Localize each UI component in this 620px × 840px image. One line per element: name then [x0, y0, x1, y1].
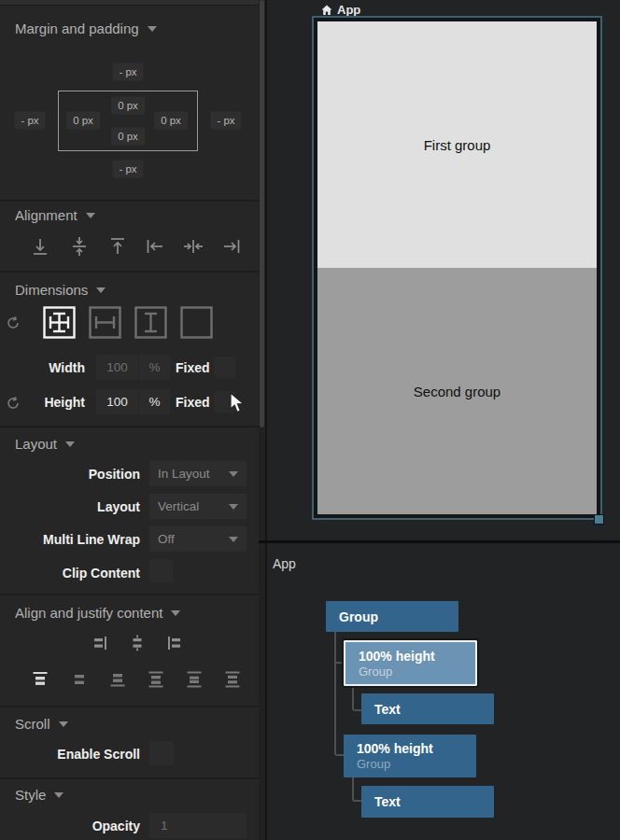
- chevron-down-icon: [65, 441, 75, 447]
- chevron-down-icon: [229, 537, 238, 542]
- reset-icon[interactable]: [6, 315, 21, 330]
- tree-node-subtitle: Group: [357, 757, 463, 771]
- justify-space-between-icon[interactable]: [146, 669, 166, 690]
- second-group-text: Second group: [414, 384, 500, 399]
- layout-label: Layout: [0, 499, 140, 514]
- width-fixed-checkbox[interactable]: [214, 357, 235, 378]
- chevron-down-icon: [96, 287, 106, 293]
- chevron-down-icon: [54, 792, 63, 798]
- app-canvas-frame[interactable]: First group Second group: [312, 16, 602, 520]
- tree-node-group[interactable]: Group: [326, 601, 458, 632]
- opacity-label: Opacity: [0, 819, 140, 833]
- chevron-down-icon: [229, 471, 238, 477]
- width-unit-button[interactable]: %: [139, 355, 170, 380]
- section-title: Alignment: [15, 207, 78, 223]
- dimension-mode-none-button[interactable]: [180, 306, 213, 339]
- canvas-second-group[interactable]: Second group: [317, 268, 597, 514]
- padding-left-field[interactable]: 0 px: [66, 112, 100, 130]
- tree-node-100-height-group[interactable]: 100% height Group: [344, 735, 476, 777]
- tree-node-subtitle: Group: [359, 665, 462, 679]
- margin-right-field[interactable]: - px: [210, 112, 241, 130]
- app-window: Margin and padding - px - px - px - px 0…: [0, 0, 620, 840]
- first-group-text: First group: [424, 137, 491, 153]
- align-center-vertical-icon[interactable]: [69, 236, 90, 257]
- layout-dropdown[interactable]: Vertical: [149, 494, 247, 519]
- chevron-down-icon: [59, 721, 68, 727]
- height-label: Height: [19, 395, 85, 410]
- align-top-icon[interactable]: [107, 236, 128, 257]
- canvas-resize-handle[interactable]: [594, 514, 604, 525]
- dimension-mode-width-button[interactable]: [89, 306, 121, 339]
- home-icon: [321, 5, 332, 16]
- properties-panel: Margin and padding - px - px - px - px 0…: [0, 0, 259, 840]
- section-header-style[interactable]: Style: [15, 787, 63, 803]
- tree-node-text[interactable]: Text: [361, 786, 494, 818]
- align-center-horizontal-icon[interactable]: [183, 236, 204, 257]
- tree-node-text[interactable]: Text: [361, 693, 494, 724]
- padding-top-field[interactable]: 0 px: [111, 97, 145, 115]
- height-value-input[interactable]: 100: [96, 389, 138, 414]
- chevron-down-icon: [148, 26, 157, 32]
- opacity-input[interactable]: 1: [149, 813, 247, 838]
- section-title: Dimensions: [15, 282, 88, 298]
- previous-section-edge: [0, 0, 259, 6]
- width-fixed-label: Fixed: [176, 360, 210, 375]
- tree-node-label: Text: [374, 702, 401, 717]
- height-unit-button[interactable]: %: [139, 389, 170, 414]
- height-fixed-checkbox[interactable]: [214, 391, 235, 413]
- width-label: Width: [19, 360, 85, 375]
- chevron-down-icon: [171, 610, 180, 616]
- justify-space-around-icon[interactable]: [184, 669, 204, 690]
- tree-connector: [335, 662, 344, 664]
- tree-node-label: Group: [339, 609, 378, 624]
- padding-bottom-field[interactable]: 0 px: [111, 128, 145, 146]
- align-bottom-icon[interactable]: [30, 236, 50, 257]
- section-header-align-justify-content[interactable]: Align and justify content: [15, 605, 180, 621]
- panel-scrollbar-thumb[interactable]: [260, 0, 264, 427]
- layout-value: Vertical: [158, 499, 199, 513]
- align-right-icon[interactable]: [221, 236, 242, 257]
- breadcrumb[interactable]: App: [321, 3, 360, 17]
- multi-line-wrap-label: Multi Line Wrap: [0, 532, 140, 547]
- hierarchy-title: App: [273, 556, 296, 571]
- justify-center-icon[interactable]: [69, 669, 90, 690]
- section-title: Style: [15, 787, 46, 803]
- section-header-alignment[interactable]: Alignment: [15, 207, 95, 223]
- tree-node-title: 100% height: [359, 649, 462, 664]
- multi-line-wrap-value: Off: [158, 532, 175, 546]
- dimension-mode-height-button[interactable]: [134, 306, 167, 339]
- content-align-left-icon[interactable]: [166, 635, 183, 651]
- enable-scroll-checkbox[interactable]: [149, 741, 174, 765]
- tree-node-title: 100% height: [357, 741, 463, 756]
- section-title: Margin and padding: [15, 21, 139, 36]
- position-value: In Layout: [158, 467, 210, 481]
- clip-content-checkbox[interactable]: [149, 559, 173, 582]
- position-dropdown[interactable]: In Layout: [149, 461, 247, 486]
- chevron-down-icon: [86, 213, 95, 218]
- multi-line-wrap-dropdown[interactable]: Off: [149, 526, 247, 552]
- margin-top-field[interactable]: - px: [112, 63, 143, 81]
- justify-start-icon[interactable]: [30, 669, 50, 690]
- section-header-scroll[interactable]: Scroll: [15, 716, 68, 732]
- content-align-right-icon[interactable]: [92, 635, 108, 651]
- content-align-center-icon[interactable]: [129, 635, 146, 651]
- canvas-first-group[interactable]: First group: [317, 21, 597, 268]
- width-value-input[interactable]: 100: [96, 355, 138, 380]
- align-left-icon[interactable]: [145, 236, 165, 257]
- clip-content-label: Clip Content: [0, 566, 140, 581]
- padding-right-field[interactable]: 0 px: [154, 112, 188, 130]
- section-title: Align and justify content: [15, 605, 162, 621]
- section-header-dimensions[interactable]: Dimensions: [15, 282, 106, 298]
- canvas-hierarchy-divider: [259, 540, 620, 543]
- section-header-margin-padding[interactable]: Margin and padding: [15, 21, 157, 36]
- margin-bottom-field[interactable]: - px: [112, 161, 143, 178]
- justify-end-icon[interactable]: [107, 669, 128, 690]
- breadcrumb-label: App: [337, 3, 360, 17]
- tree-node-100-height-group-selected[interactable]: 100% height Group: [344, 640, 477, 686]
- chevron-down-icon: [229, 504, 238, 510]
- section-title: Layout: [15, 436, 57, 452]
- justify-space-evenly-icon[interactable]: [222, 669, 243, 690]
- margin-left-field[interactable]: - px: [14, 112, 45, 130]
- section-header-layout[interactable]: Layout: [15, 436, 75, 452]
- dimension-mode-both-button[interactable]: [43, 306, 76, 339]
